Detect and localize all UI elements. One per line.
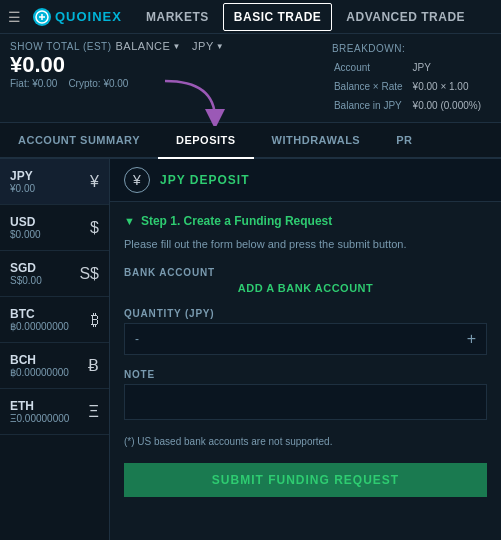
balance-caret-icon: ▼ bbox=[172, 42, 180, 51]
currency-balance: ฿0.00000000 bbox=[10, 321, 69, 332]
currency-code: BCH bbox=[10, 353, 69, 367]
currency-info: BTC ฿0.00000000 bbox=[10, 307, 69, 332]
currency-info: JPY ¥0.00 bbox=[10, 169, 35, 194]
logo-icon bbox=[33, 8, 51, 26]
step-section: ▼ Step 1. Create a Funding Request Pleas… bbox=[110, 202, 501, 509]
note-field[interactable] bbox=[124, 384, 487, 420]
crypto-label: Crypto: bbox=[68, 78, 100, 89]
currency-balance: S$0.00 bbox=[10, 275, 42, 286]
tab-account-summary[interactable]: ACCOUNT SUMMARY bbox=[0, 123, 158, 159]
balance-dropdown[interactable]: BALANCE ▼ bbox=[116, 40, 181, 52]
currency-code: BTC bbox=[10, 307, 69, 321]
purple-arrow-icon bbox=[155, 71, 235, 126]
currency-item-usd[interactable]: USD $0.000 $ bbox=[0, 205, 109, 251]
currency-item-jpy[interactable]: JPY ¥0.00 ¥ bbox=[0, 159, 109, 205]
add-bank-account-link[interactable]: ADD A BANK ACCOUNT bbox=[124, 282, 487, 294]
disclaimer: (*) US based bank accounts are not suppo… bbox=[124, 434, 487, 449]
summary-label: SHOW TOTAL (EST) BALANCE ▼ JPY ▼ bbox=[10, 40, 224, 52]
currency-dropdown[interactable]: JPY ▼ bbox=[192, 40, 224, 52]
breakdown-jpy-value: ¥0.00 (0.000%) bbox=[413, 97, 489, 114]
currency-balance: Ξ0.00000000 bbox=[10, 413, 69, 424]
step-title: Step 1. Create a Funding Request bbox=[141, 214, 332, 228]
logo-text: QUOINEX bbox=[55, 9, 122, 24]
sidebar: JPY ¥0.00 ¥ USD $0.000 $ SGD S$0.00 S$ B… bbox=[0, 159, 110, 540]
step-desc: Please fill out the form below and press… bbox=[124, 236, 487, 253]
nav-markets[interactable]: MARKETS bbox=[136, 0, 219, 34]
currency-symbol: ¥ bbox=[90, 173, 99, 191]
quantity-label: QUANTITY (JPY) bbox=[124, 308, 487, 319]
note-label: NOTE bbox=[124, 369, 487, 380]
tab-bar: ACCOUNT SUMMARY DEPOSITS WITHDRAWALS PR bbox=[0, 123, 501, 159]
currency-item-bch[interactable]: BCH ฿0.00000000 Ƀ bbox=[0, 343, 109, 389]
currency-balance: ¥0.00 bbox=[10, 183, 35, 194]
currency-info: BCH ฿0.00000000 bbox=[10, 353, 69, 378]
deposit-currency-icon: ¥ bbox=[124, 167, 150, 193]
hamburger-icon[interactable]: ☰ bbox=[8, 9, 21, 25]
currency-code: ETH bbox=[10, 399, 69, 413]
bank-account-label: BANK ACCOUNT bbox=[124, 267, 487, 278]
currency-balance: ฿0.00000000 bbox=[10, 367, 69, 378]
currency-info: SGD S$0.00 bbox=[10, 261, 42, 286]
logo: QUOINEX bbox=[33, 8, 122, 26]
fiat-value: ¥0.00 bbox=[32, 78, 57, 89]
breakdown-account-label: Account bbox=[334, 59, 411, 76]
step-caret-icon: ▼ bbox=[124, 215, 135, 227]
top-nav: ☰ QUOINEX MARKETS BASIC TRADE ADVANCED T… bbox=[0, 0, 501, 34]
main-area: JPY ¥0.00 ¥ USD $0.000 $ SGD S$0.00 S$ B… bbox=[0, 159, 501, 540]
show-total-label: SHOW TOTAL (EST) bbox=[10, 41, 112, 52]
quantity-value: - bbox=[135, 332, 139, 346]
currency-item-sgd[interactable]: SGD S$0.00 S$ bbox=[0, 251, 109, 297]
crypto-value: ¥0.00 bbox=[103, 78, 128, 89]
summary-bar: SHOW TOTAL (EST) BALANCE ▼ JPY ▼ ¥0.00 F… bbox=[0, 34, 501, 123]
currency-balance: $0.000 bbox=[10, 229, 41, 240]
currency-code: USD bbox=[10, 215, 41, 229]
currency-symbol: ₿ bbox=[91, 311, 99, 329]
breakdown-rate-value: ¥0.00 × 1.00 bbox=[413, 78, 489, 95]
breakdown-currency: JPY bbox=[413, 59, 489, 76]
deposit-header: ¥ JPY DEPOSIT bbox=[110, 159, 501, 202]
currency-code: SGD bbox=[10, 261, 42, 275]
currency-symbol: $ bbox=[90, 219, 99, 237]
quantity-field[interactable]: - + bbox=[124, 323, 487, 355]
currency-item-eth[interactable]: ETH Ξ0.00000000 Ξ bbox=[0, 389, 109, 435]
breakdown-rate-label: Balance × Rate bbox=[334, 78, 411, 95]
deposit-title: JPY DEPOSIT bbox=[160, 173, 249, 187]
currency-item-btc[interactable]: BTC ฿0.00000000 ₿ bbox=[0, 297, 109, 343]
currency-symbol: Ƀ bbox=[88, 356, 99, 375]
currency-symbol: S$ bbox=[79, 265, 99, 283]
quantity-plus-icon[interactable]: + bbox=[467, 330, 476, 348]
tab-deposits[interactable]: DEPOSITS bbox=[158, 123, 254, 159]
nav-basic-trade[interactable]: BASIC TRADE bbox=[223, 3, 333, 31]
summary-right: BREAKDOWN: Account JPY Balance × Rate ¥0… bbox=[332, 40, 491, 116]
submit-funding-request-button[interactable]: SUBMIT FUNDING REQUEST bbox=[124, 463, 487, 497]
currency-info: ETH Ξ0.00000000 bbox=[10, 399, 69, 424]
currency-caret-icon: ▼ bbox=[216, 42, 224, 51]
tab-pr[interactable]: PR bbox=[378, 123, 430, 159]
step-header: ▼ Step 1. Create a Funding Request bbox=[124, 214, 487, 228]
currency-code: JPY bbox=[10, 169, 35, 183]
tab-withdrawals[interactable]: WITHDRAWALS bbox=[254, 123, 379, 159]
right-panel: ¥ JPY DEPOSIT ▼ Step 1. Create a Funding… bbox=[110, 159, 501, 540]
breakdown-jpy-label: Balance in JPY bbox=[334, 97, 411, 114]
breakdown-table: Account JPY Balance × Rate ¥0.00 × 1.00 … bbox=[332, 57, 491, 116]
nav-advanced-trade[interactable]: ADVANCED TRADE bbox=[336, 0, 475, 34]
currency-info: USD $0.000 bbox=[10, 215, 41, 240]
breakdown-title: BREAKDOWN: bbox=[332, 43, 405, 54]
fiat-label: Fiat: bbox=[10, 78, 29, 89]
currency-symbol: Ξ bbox=[89, 403, 99, 421]
